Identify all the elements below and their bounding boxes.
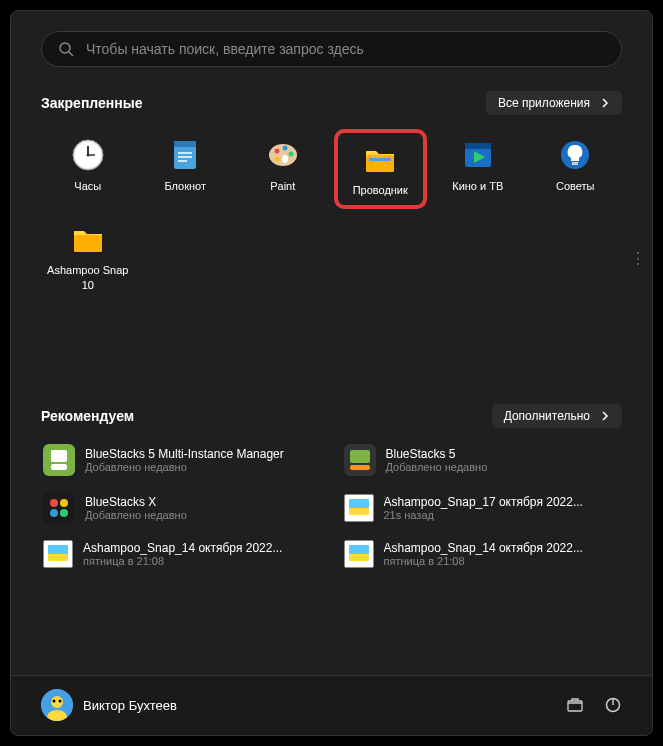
search-box[interactable]: Чтобы начать поиск, введите запрос здесь — [41, 31, 622, 67]
svg-point-17 — [282, 155, 288, 163]
app-label: Paint — [270, 179, 295, 193]
clock-icon — [70, 137, 106, 173]
explorer-icon — [362, 141, 398, 177]
all-apps-button[interactable]: Все приложения — [486, 91, 622, 115]
app-label: Кино и ТВ — [452, 179, 503, 193]
svg-point-40 — [53, 700, 56, 703]
image-thumb-icon — [43, 540, 73, 568]
svg-point-16 — [274, 157, 279, 162]
recommended-item[interactable]: BlueStacks 5 Multi-Instance ManagerДобав… — [41, 442, 322, 478]
avatar — [41, 689, 73, 721]
paint-icon — [265, 137, 301, 173]
svg-point-0 — [60, 43, 70, 53]
rec-sub: Добавлено недавно — [85, 509, 187, 521]
recommended-list: BlueStacks 5 Multi-Instance ManagerДобав… — [41, 442, 622, 570]
rec-sub: 21s назад — [384, 509, 583, 521]
svg-rect-25 — [74, 235, 102, 252]
app-label: Проводник — [353, 183, 408, 197]
svg-point-15 — [288, 152, 293, 157]
footer: Виктор Бухтеев — [11, 675, 652, 735]
app-tile-tips[interactable]: Советы — [529, 129, 623, 209]
bs5b-icon — [344, 444, 376, 476]
chevron-right-icon — [600, 98, 610, 108]
svg-line-1 — [69, 52, 73, 56]
app-tile-folder[interactable]: Ashampoo Snap 10 — [41, 213, 135, 300]
pinned-title: Закрепленные — [41, 95, 143, 111]
tips-icon — [557, 137, 593, 173]
svg-rect-32 — [43, 492, 75, 524]
app-tile-explorer[interactable]: Проводник — [334, 129, 428, 209]
app-label: Ashampoo Snap 10 — [43, 263, 133, 292]
rec-title: Ashampoo_Snap_17 октября 2022... — [384, 495, 583, 509]
svg-point-34 — [60, 499, 68, 507]
recommended-item[interactable]: BlueStacks 5Добавлено недавно — [342, 442, 623, 478]
app-tile-movies[interactable]: Кино и ТВ — [431, 129, 525, 209]
rec-title: Ashampoo_Snap_14 октября 2022... — [83, 541, 282, 555]
user-name: Виктор Бухтеев — [83, 698, 177, 713]
svg-rect-27 — [51, 450, 67, 462]
recommended-item[interactable]: Ashampoo_Snap_14 октября 2022...пятница … — [41, 538, 322, 570]
svg-rect-30 — [350, 450, 370, 463]
documents-icon[interactable] — [566, 696, 584, 714]
svg-point-33 — [50, 499, 58, 507]
search-icon — [58, 41, 74, 57]
user-button[interactable]: Виктор Бухтеев — [41, 689, 177, 721]
svg-point-35 — [50, 509, 58, 517]
app-tile-paint[interactable]: Paint — [236, 129, 330, 209]
rec-sub: пятница в 21:08 — [384, 555, 583, 567]
recommended-item[interactable]: Ashampoo_Snap_14 октября 2022...пятница … — [342, 538, 623, 570]
rec-title: Ashampoo_Snap_14 октября 2022... — [384, 541, 583, 555]
svg-rect-21 — [465, 143, 491, 149]
svg-rect-19 — [369, 158, 391, 161]
chevron-right-icon — [600, 411, 610, 421]
svg-rect-28 — [51, 464, 67, 470]
rec-sub: Добавлено недавно — [85, 461, 284, 473]
start-menu: Чтобы начать поиск, введите запрос здесь… — [10, 10, 653, 736]
svg-rect-24 — [572, 162, 578, 165]
svg-point-36 — [60, 509, 68, 517]
notepad-icon — [167, 137, 203, 173]
search-placeholder: Чтобы начать поиск, введите запрос здесь — [86, 41, 364, 57]
folder-icon — [70, 221, 106, 257]
rec-title: BlueStacks 5 — [386, 447, 488, 461]
recommended-section: Рекомендуем Дополнительно BlueStacks 5 M… — [11, 380, 652, 594]
rec-sub: Добавлено недавно — [386, 461, 488, 473]
svg-point-6 — [86, 154, 89, 157]
pinned-section: Закрепленные Все приложения ЧасыБлокнотP… — [11, 67, 652, 300]
image-thumb-icon — [344, 540, 374, 568]
svg-point-14 — [282, 146, 287, 151]
app-label: Блокнот — [164, 179, 206, 193]
pinned-header: Закрепленные Все приложения — [41, 91, 622, 115]
svg-rect-8 — [174, 141, 196, 147]
recommended-title: Рекомендуем — [41, 408, 134, 424]
rec-sub: пятница в 21:08 — [83, 555, 282, 567]
more-button[interactable]: Дополнительно — [492, 404, 622, 428]
app-tile-notepad[interactable]: Блокнот — [139, 129, 233, 209]
bs5-icon — [43, 444, 75, 476]
rec-title: BlueStacks 5 Multi-Instance Manager — [85, 447, 284, 461]
all-apps-label: Все приложения — [498, 96, 590, 110]
svg-point-13 — [274, 149, 279, 154]
svg-point-38 — [51, 696, 63, 708]
drag-handle-icon[interactable]: ⋮ — [630, 249, 644, 268]
movies-icon — [460, 137, 496, 173]
more-label: Дополнительно — [504, 409, 590, 423]
svg-point-41 — [59, 700, 62, 703]
footer-icons — [566, 696, 622, 714]
app-tile-clock[interactable]: Часы — [41, 129, 135, 209]
svg-rect-18 — [366, 155, 394, 172]
recommended-item[interactable]: Ashampoo_Snap_17 октября 2022...21s наза… — [342, 490, 623, 526]
app-label: Часы — [74, 179, 101, 193]
rec-title: BlueStacks X — [85, 495, 187, 509]
app-label: Советы — [556, 179, 594, 193]
recommended-header: Рекомендуем Дополнительно — [41, 404, 622, 428]
recommended-item[interactable]: BlueStacks XДобавлено недавно — [41, 490, 322, 526]
pinned-grid: ЧасыБлокнотPaintПроводникКино и ТВСоветы… — [41, 129, 622, 300]
power-icon[interactable] — [604, 696, 622, 714]
svg-rect-31 — [350, 465, 370, 470]
image-thumb-icon — [344, 494, 374, 522]
bsx-icon — [43, 492, 75, 524]
